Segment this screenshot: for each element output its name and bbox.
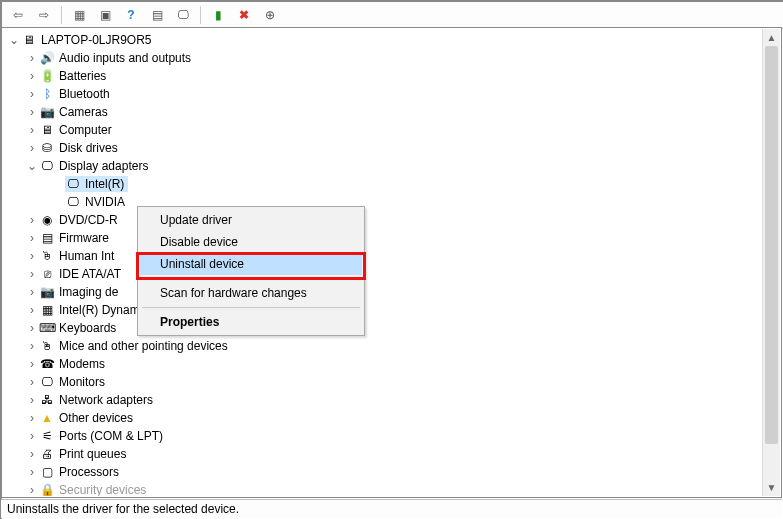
device-icon: 🔋 bbox=[39, 68, 55, 84]
expand-icon[interactable]: › bbox=[25, 123, 39, 137]
expand-icon[interactable]: › bbox=[25, 285, 39, 299]
tree-label: Monitors bbox=[59, 375, 105, 389]
context-menu-item[interactable]: Disable device bbox=[140, 231, 362, 253]
tree-row[interactable]: ›🔒Security devices bbox=[3, 481, 780, 496]
expand-icon[interactable]: › bbox=[25, 267, 39, 281]
expand-icon[interactable]: › bbox=[25, 105, 39, 119]
tree-row[interactable]: ›🖨Print queues bbox=[3, 445, 780, 463]
back-icon[interactable]: ⇦ bbox=[6, 3, 30, 27]
context-menu-item[interactable]: Update driver bbox=[140, 209, 362, 231]
scroll-thumb[interactable] bbox=[765, 46, 778, 444]
tree-row[interactable]: ›🖥Computer bbox=[3, 121, 780, 139]
expand-icon[interactable]: › bbox=[25, 393, 39, 407]
expand-icon[interactable]: › bbox=[25, 51, 39, 65]
expand-icon[interactable]: › bbox=[25, 87, 39, 101]
tree-row[interactable]: ›▦Intel(R) Dynamic Platform and Thermal … bbox=[3, 301, 780, 319]
expand-icon[interactable]: › bbox=[25, 483, 39, 496]
disable-icon[interactable]: ✖ bbox=[232, 3, 256, 27]
tree-row[interactable]: ›🖵NVIDIA bbox=[3, 193, 780, 211]
tree-row[interactable]: ›🖵Intel(R) bbox=[3, 175, 780, 193]
status-bar: Uninstalls the driver for the selected d… bbox=[1, 499, 782, 518]
scroll-track[interactable] bbox=[763, 46, 780, 479]
expand-icon[interactable]: › bbox=[25, 141, 39, 155]
expand-icon[interactable]: › bbox=[25, 447, 39, 461]
context-menu-item[interactable]: Scan for hardware changes bbox=[140, 282, 362, 304]
tree-label: DVD/CD-R bbox=[59, 213, 118, 227]
device-icon: 🖵 bbox=[65, 194, 81, 210]
tree-row[interactable]: ›🔊Audio inputs and outputs bbox=[3, 49, 780, 67]
expand-icon[interactable]: › bbox=[25, 69, 39, 83]
tree-row[interactable]: ›🔋Batteries bbox=[3, 67, 780, 85]
toolbar-separator bbox=[200, 6, 201, 24]
tree-label: LAPTOP-0LJR9OR5 bbox=[41, 33, 152, 47]
context-menu-item[interactable]: Properties bbox=[140, 311, 362, 333]
device-icon: ▲ bbox=[39, 410, 55, 426]
tree-row[interactable]: ⌄🖵Display adapters bbox=[3, 157, 780, 175]
device-icon: ⛁ bbox=[39, 140, 55, 156]
tree-row[interactable]: ›⚟Ports (COM & LPT) bbox=[3, 427, 780, 445]
tree-row[interactable]: ›📷Cameras bbox=[3, 103, 780, 121]
tree-row[interactable]: ›🖰Human Int bbox=[3, 247, 780, 265]
vertical-scrollbar[interactable]: ▲ ▼ bbox=[762, 29, 780, 496]
refresh-icon[interactable]: ▣ bbox=[93, 3, 117, 27]
expand-icon[interactable]: › bbox=[25, 231, 39, 245]
enable-icon[interactable]: ▮ bbox=[206, 3, 230, 27]
expand-icon[interactable]: › bbox=[25, 321, 39, 335]
tree-row[interactable]: ›▲Other devices bbox=[3, 409, 780, 427]
tree-row[interactable]: ›⎚IDE ATA/AT bbox=[3, 265, 780, 283]
tree-row[interactable]: ›🖧Network adapters bbox=[3, 391, 780, 409]
tree-row[interactable]: ›ᛒBluetooth bbox=[3, 85, 780, 103]
tree-row[interactable]: ›📷Imaging de bbox=[3, 283, 780, 301]
expand-icon[interactable]: › bbox=[25, 429, 39, 443]
device-icon: 🖧 bbox=[39, 392, 55, 408]
scroll-up-icon[interactable]: ▲ bbox=[763, 29, 780, 46]
tree-row[interactable]: ›🖵Monitors bbox=[3, 373, 780, 391]
device-icon: 🖥 bbox=[39, 122, 55, 138]
tree-label: Batteries bbox=[59, 69, 106, 83]
expand-icon[interactable]: › bbox=[25, 411, 39, 425]
context-menu-separator bbox=[142, 278, 360, 279]
tree-row[interactable]: ›☎Modems bbox=[3, 355, 780, 373]
show-hidden-icon[interactable]: ▦ bbox=[67, 3, 91, 27]
device-icon: 🔒 bbox=[39, 482, 55, 496]
tree-label: Modems bbox=[59, 357, 105, 371]
expand-icon[interactable]: › bbox=[25, 303, 39, 317]
device-icon: ⌨ bbox=[39, 320, 55, 336]
scroll-down-icon[interactable]: ▼ bbox=[763, 479, 780, 496]
device-icon: 🖵 bbox=[65, 176, 81, 192]
tree-label: NVIDIA bbox=[85, 195, 125, 209]
tree-row[interactable]: ›◉DVD/CD-R bbox=[3, 211, 780, 229]
properties-icon[interactable]: ▤ bbox=[145, 3, 169, 27]
device-tree[interactable]: ⌄🖥LAPTOP-0LJR9OR5›🔊Audio inputs and outp… bbox=[3, 29, 780, 496]
tree-row[interactable]: ›🖱Mice and other pointing devices bbox=[3, 337, 780, 355]
update-driver-icon[interactable]: 🖵 bbox=[171, 3, 195, 27]
toolbar-separator bbox=[61, 6, 62, 24]
tree-label: Human Int bbox=[59, 249, 114, 263]
expand-icon[interactable]: › bbox=[25, 357, 39, 371]
expand-icon[interactable]: › bbox=[25, 213, 39, 227]
tree-row[interactable]: ⌄🖥LAPTOP-0LJR9OR5 bbox=[3, 31, 780, 49]
uninstall-icon[interactable]: ⊕ bbox=[258, 3, 282, 27]
device-icon: 🖱 bbox=[39, 338, 55, 354]
expand-icon[interactable]: › bbox=[25, 249, 39, 263]
tree-label: Ports (COM & LPT) bbox=[59, 429, 163, 443]
expand-icon[interactable]: › bbox=[25, 339, 39, 353]
tree-row[interactable]: ›⌨Keyboards bbox=[3, 319, 780, 337]
device-icon: ⎚ bbox=[39, 266, 55, 282]
device-icon: ▦ bbox=[39, 302, 55, 318]
device-icon: 🖵 bbox=[39, 374, 55, 390]
collapse-icon[interactable]: ⌄ bbox=[25, 159, 39, 173]
collapse-icon[interactable]: ⌄ bbox=[7, 33, 21, 47]
tree-label: Display adapters bbox=[59, 159, 148, 173]
forward-icon[interactable]: ⇨ bbox=[32, 3, 56, 27]
expand-icon[interactable]: › bbox=[25, 375, 39, 389]
tree-row[interactable]: ›▤Firmware bbox=[3, 229, 780, 247]
help-icon[interactable]: ? bbox=[119, 3, 143, 27]
device-icon: 🔊 bbox=[39, 50, 55, 66]
tree-row[interactable]: ›▢Processors bbox=[3, 463, 780, 481]
context-menu-item[interactable]: Uninstall device bbox=[140, 253, 362, 275]
context-menu-label: Properties bbox=[160, 315, 219, 329]
tree-label: IDE ATA/AT bbox=[59, 267, 121, 281]
expand-icon[interactable]: › bbox=[25, 465, 39, 479]
tree-row[interactable]: ›⛁Disk drives bbox=[3, 139, 780, 157]
